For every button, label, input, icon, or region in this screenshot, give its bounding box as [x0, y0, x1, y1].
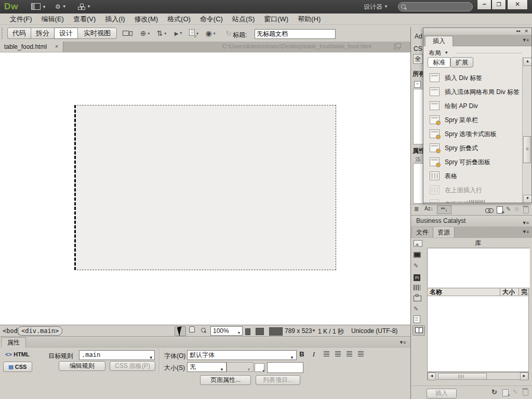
menu-view[interactable]: 查看(V): [69, 14, 100, 25]
tab-close-icon[interactable]: ×: [54, 44, 60, 50]
panel-menu-icon[interactable]: ▼≡: [522, 37, 528, 43]
menu-commands[interactable]: 命令(C): [195, 14, 228, 25]
site-icon[interactable]: ▼: [78, 3, 91, 10]
tab-css-styles[interactable]: CS: [414, 45, 422, 52]
doc-title-input[interactable]: [255, 29, 336, 39]
category-view-icon[interactable]: ≣: [414, 206, 419, 212]
assets-flash-icon[interactable]: Fl: [414, 273, 423, 282]
insert-panel-scrollbar[interactable]: ▲ ▼: [522, 57, 531, 203]
assets-library-icon[interactable]: [413, 325, 425, 336]
refresh-site-list-icon[interactable]: ↻: [491, 388, 497, 396]
bold-button[interactable]: B: [298, 350, 306, 358]
assets-movies-icon[interactable]: [414, 296, 423, 304]
insert-tab[interactable]: 插入: [425, 36, 453, 46]
design-view-canvas[interactable]: [0, 52, 410, 325]
magnification-select[interactable]: 100%▾: [210, 326, 243, 336]
code-view-button[interactable]: 代码: [7, 28, 31, 39]
menu-modify[interactable]: 修改(M): [130, 14, 163, 25]
scroll-up-icon[interactable]: ▲: [523, 58, 532, 66]
insert-item-div-tag[interactable]: 插入 Div 标签: [423, 71, 521, 85]
multiscreen-preview-icon[interactable]: ▾: [121, 29, 134, 38]
div-main-element[interactable]: [74, 105, 336, 270]
tablet-size-icon[interactable]: [256, 328, 264, 335]
insert-item-spry-accordion[interactable]: Spry 折叠式: [423, 141, 521, 155]
insert-item-table[interactable]: 表格: [423, 169, 521, 183]
edit-rule-button[interactable]: 编辑规则: [59, 361, 105, 371]
new-css-rule-icon[interactable]: [497, 206, 503, 215]
window-size-caret-icon[interactable]: ▼: [312, 328, 316, 333]
workspace-switcher[interactable]: 设计器▼: [364, 3, 388, 10]
font-select[interactable]: 默认字体▼: [187, 350, 297, 360]
column-name[interactable]: 名称: [428, 288, 500, 296]
check-browser-compatibility-icon[interactable]: ✓▾: [188, 29, 200, 38]
extend-gear-icon[interactable]: ⚙▼: [55, 3, 66, 10]
tab-files[interactable]: 文件: [412, 227, 433, 237]
hand-tool-icon[interactable]: [187, 326, 197, 335]
assets-urls-icon[interactable]: ✎: [414, 262, 423, 271]
tab-adobe-browserlab[interactable]: Ad: [415, 33, 422, 40]
menu-file[interactable]: 文件(F): [5, 14, 37, 25]
insert-item-draw-ap-div[interactable]: 绘制 AP Div: [423, 99, 521, 113]
menu-insert[interactable]: 插入(I): [100, 14, 129, 25]
scroll-left-icon[interactable]: ◄: [428, 373, 436, 380]
align-left-icon[interactable]: [322, 350, 330, 358]
split-view-button[interactable]: 拆分: [31, 28, 55, 39]
collapse-to-icons-icon[interactable]: ◂◂: [516, 29, 520, 33]
business-catalyst-panel[interactable]: Business Catalyst ▼≡: [411, 215, 532, 228]
panel-menu-icon[interactable]: ▼≡: [399, 340, 405, 345]
toolbar-grip[interactable]: [2, 28, 5, 39]
select-tool-icon[interactable]: [175, 326, 186, 336]
restore-button[interactable]: ❐: [491, 0, 506, 10]
target-rule-select[interactable]: .main▼: [79, 350, 155, 360]
mobile-size-icon[interactable]: [245, 328, 250, 335]
design-view-button[interactable]: 设计: [54, 28, 78, 39]
assets-templates-icon[interactable]: [414, 315, 423, 324]
add-property-link[interactable]: 添: [415, 156, 421, 164]
menu-window[interactable]: 窗口(W): [259, 14, 293, 25]
menu-site[interactable]: 站点(S): [228, 14, 259, 25]
assets-images-icon[interactable]: [414, 240, 423, 248]
rules-expand-icon[interactable]: −: [414, 81, 421, 88]
css-all-button[interactable]: 全: [413, 54, 423, 64]
italic-button[interactable]: I: [310, 350, 318, 358]
file-management-icon[interactable]: ⇅▾: [155, 29, 168, 38]
text-value-input[interactable]: [267, 362, 303, 373]
panel-menu-icon[interactable]: ▼≡: [522, 229, 528, 234]
scroll-right-icon[interactable]: ►: [520, 373, 528, 380]
assets-scripts-icon[interactable]: ✎: [414, 305, 423, 314]
scroll-down-icon[interactable]: ▼: [523, 195, 532, 203]
close-button[interactable]: ✕: [507, 0, 528, 10]
align-justify-icon[interactable]: [356, 350, 365, 358]
column-size[interactable]: 大小: [500, 288, 519, 296]
asset-list[interactable]: [427, 296, 529, 372]
preview-in-browser-icon[interactable]: ⊕▾: [139, 29, 151, 38]
zoom-tool-icon[interactable]: [198, 326, 208, 335]
insert-item-spry-collapsible-panel[interactable]: Spry 可折叠面板: [423, 155, 521, 169]
assets-shockwave-icon[interactable]: [414, 285, 423, 293]
insert-panel-titlebar[interactable]: ◂◂ ✕: [423, 28, 531, 35]
tab-assets[interactable]: 资源: [433, 227, 455, 237]
asset-list-hscrollbar[interactable]: ◄ ►: [427, 372, 529, 380]
menu-format[interactable]: 格式(O): [163, 14, 195, 25]
window-size-value[interactable]: 789 x 523: [285, 327, 312, 335]
panel-resize-grip[interactable]: [469, 200, 486, 203]
tag-selector-div-main[interactable]: <div.main>: [18, 326, 62, 336]
menu-edit[interactable]: 编辑(E): [37, 14, 69, 25]
standard-mode-button[interactable]: 标准: [428, 57, 450, 68]
assets-colors-icon[interactable]: [414, 252, 423, 260]
scroll-thumb[interactable]: [438, 373, 487, 380]
list-view-icon[interactable]: Az↓: [424, 206, 433, 211]
live-view-button[interactable]: 实时视图: [77, 28, 117, 39]
size-select[interactable]: 无▼: [187, 362, 227, 372]
category-dropdown[interactable]: 布局 ▼: [429, 49, 448, 58]
show-set-properties-icon[interactable]: **↓: [437, 205, 451, 214]
workspace-layout-icon[interactable]: ▼: [31, 3, 46, 10]
minimize-button[interactable]: −: [477, 0, 491, 10]
insert-item-spry-menubar[interactable]: Spry 菜单栏: [423, 113, 521, 127]
expanded-mode-button[interactable]: 扩展: [450, 57, 473, 68]
scroll-thumb[interactable]: [523, 136, 531, 163]
edit-rule-icon[interactable]: ✎: [506, 206, 511, 212]
desktop-size-icon[interactable]: [269, 327, 283, 336]
text-color-well[interactable]: [255, 363, 264, 372]
search-input[interactable]: [398, 2, 473, 11]
